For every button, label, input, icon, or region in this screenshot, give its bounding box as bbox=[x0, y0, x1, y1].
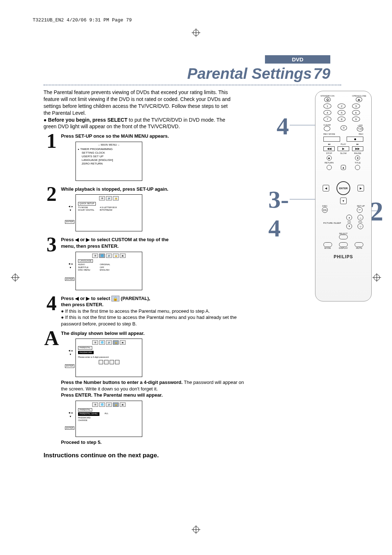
osd4-prompt: Please enter a 4-digit password. bbox=[78, 356, 140, 359]
rc-stop-label: STOP bbox=[323, 152, 335, 154]
rc-plus100-label: +100 bbox=[358, 124, 363, 126]
num-8-button[interactable]: 8 bbox=[338, 117, 346, 122]
osd5-tab: PARENTAL bbox=[78, 408, 92, 412]
osd1-item: SETTING CLOCK bbox=[78, 151, 140, 155]
title-button[interactable] bbox=[355, 165, 360, 170]
password-placeholders bbox=[78, 360, 140, 364]
step4-line2: then press ENTER. bbox=[61, 302, 103, 307]
step-number-1: 1 bbox=[44, 133, 60, 149]
osd5-row-label: PASSWORD CHANGE bbox=[78, 417, 100, 422]
intro-paragraph: The Parental feature prevents viewing of… bbox=[44, 89, 232, 117]
num-1-button[interactable]: 1 bbox=[323, 104, 331, 109]
osd-main-menu: – MAIN MENU – TIMER PROGRAMMING SETTING … bbox=[75, 142, 142, 181]
print-header: T3221UB_EN2 4/20/06 9:31 PM Page 79 bbox=[33, 17, 132, 23]
osd1-item: TIMER PROGRAMMING bbox=[78, 147, 140, 151]
rc-title-label: TITLE bbox=[352, 162, 363, 164]
osd2-row-label: DOLBY DIGITAL bbox=[78, 209, 100, 212]
osd3-row-label: AUDIO bbox=[78, 263, 100, 266]
stop-button[interactable]: ■ bbox=[327, 155, 332, 161]
right-arrow-icon: ▶ bbox=[86, 237, 90, 242]
rc-ch-label: CH. bbox=[347, 221, 351, 223]
osd-parental-menu: ◄ ▸▾ENTER ⚙🌐🔊🔒⏏ PARENTAL PARENTAL LEVELA… bbox=[75, 401, 142, 437]
rc-select-label: SELECT bbox=[339, 232, 347, 235]
enter-button[interactable]: ENTER bbox=[336, 181, 350, 195]
return-button[interactable] bbox=[327, 165, 332, 170]
rc-return-label: RETURN bbox=[323, 162, 335, 164]
disc-button[interactable]: EN bbox=[322, 207, 328, 213]
recmode-button[interactable] bbox=[323, 137, 340, 142]
step3-text-c: to select CUSTOM at the top of the bbox=[90, 237, 168, 242]
intro-bullet-bold: Before you begin, press SELECT bbox=[48, 117, 127, 123]
num-2-button[interactable]: 2 bbox=[338, 104, 346, 109]
plus10-button[interactable]: +10 bbox=[357, 126, 363, 131]
osd4-tab2: PASSWORD bbox=[78, 351, 94, 355]
display-button[interactable] bbox=[339, 242, 348, 247]
osd1-item: USER'S SET UP bbox=[78, 155, 140, 158]
step-number-4: 4 bbox=[44, 295, 60, 312]
num-0-button[interactable]: 0 bbox=[340, 125, 347, 130]
fforward-button[interactable]: ▶▶ bbox=[352, 146, 363, 151]
rc-slow-label: SLOW bbox=[338, 152, 349, 154]
lock-icon: 🔒 bbox=[111, 296, 119, 302]
osd-parental-password: ◄ ▸▾ENTER ⚙🌐🔊🔒⏏ PARENTAL PASSWORD Please… bbox=[75, 339, 142, 377]
pause-button[interactable]: ⏸ bbox=[355, 155, 360, 161]
rc-vol-label: VOL. bbox=[358, 221, 363, 223]
continue-text: Instructions continue on the next page. bbox=[44, 452, 341, 459]
ch-down-button[interactable]: ▼ bbox=[346, 223, 352, 229]
callout-leader bbox=[290, 199, 315, 199]
num-9-button[interactable]: 9 bbox=[352, 117, 360, 122]
osd5-row-label: PARENTAL LEVEL bbox=[78, 412, 99, 416]
step3-line2: menu, then press ENTER. bbox=[61, 243, 119, 249]
rc-play-label: PLAY bbox=[338, 143, 349, 145]
setup-button[interactable]: ↩ bbox=[357, 207, 363, 213]
stepA-after2-bold: Press ENTER. The Parental menu will appe… bbox=[61, 392, 163, 398]
num-4-button[interactable]: 4 bbox=[323, 110, 331, 115]
rewind-button[interactable]: ◀◀ bbox=[323, 146, 335, 151]
page-title: Parental Settings bbox=[187, 65, 312, 82]
mode-button[interactable] bbox=[323, 242, 332, 247]
left-arrow-icon: ◀ bbox=[75, 296, 79, 301]
rc-mute-label: MUTE bbox=[356, 247, 362, 249]
clear-button[interactable] bbox=[324, 126, 330, 131]
rec-button[interactable] bbox=[347, 137, 363, 142]
stepA-after1-bold: Press the Number buttons to enter a 4-di… bbox=[61, 380, 183, 385]
osd-quick-setup: ◄ ▸▾ENTER ⚙🔊🔒 QUICK SETUP TV MODE4:3 LET… bbox=[75, 194, 142, 231]
dpad-down-button[interactable]: ▼ bbox=[340, 198, 347, 204]
up-arrow-button[interactable]: ▲ bbox=[341, 165, 346, 170]
intro-bullet: Before you begin, press SELECT to put th… bbox=[44, 117, 232, 130]
dpad-left-button[interactable]: ◀ bbox=[323, 185, 329, 191]
rc-rec-label: REC bbox=[359, 133, 363, 135]
num-5-button[interactable]: 5 bbox=[338, 110, 346, 115]
num-7-button[interactable]: 7 bbox=[323, 117, 331, 122]
dpad-right-button[interactable]: ▶ bbox=[358, 185, 364, 191]
standby-button[interactable]: ⏻ bbox=[324, 97, 331, 102]
open-close-button[interactable]: ⏏ bbox=[356, 97, 362, 102]
registration-mark-top bbox=[192, 28, 200, 37]
play-button[interactable]: ▶ bbox=[338, 146, 349, 151]
vol-down-button[interactable]: ▽ bbox=[358, 223, 363, 229]
osd1-title: – MAIN MENU – bbox=[78, 143, 140, 147]
ch-up-button[interactable]: ▲ bbox=[346, 215, 352, 220]
step-1-text: Press SET-UP once so the MAIN MENU appea… bbox=[61, 133, 169, 139]
osd2-row-value: 4:3 LETTER BOX bbox=[100, 206, 117, 209]
step-number-3: 3 bbox=[44, 236, 60, 253]
vol-up-button[interactable]: △ bbox=[358, 215, 363, 220]
registration-mark-right bbox=[372, 273, 381, 282]
osd2-row-value: BITSTREAM bbox=[100, 209, 112, 212]
rc-pause-label: PAUSE bbox=[352, 152, 363, 154]
osd3-row-label: SUBTITLE bbox=[78, 266, 100, 269]
rc-picture-label: PICTURE /SLEEP bbox=[323, 222, 341, 224]
osd-dpad-icon: ◄ ▸▾ENTER bbox=[68, 349, 73, 356]
num-3-button[interactable]: 3 bbox=[352, 104, 360, 109]
step3-text-b: or bbox=[79, 237, 86, 242]
osd3-row-value: ORIGINAL bbox=[100, 263, 110, 266]
select-button[interactable] bbox=[339, 235, 348, 239]
rc-setup-label: SET-UP bbox=[357, 205, 365, 207]
step-letter-A: A bbox=[44, 330, 60, 347]
osd1-item: LANGUAGE [ENGLISH] bbox=[78, 158, 140, 162]
callout-leader bbox=[290, 125, 315, 125]
osd4-tab: PARENTAL bbox=[78, 346, 92, 350]
osd3-row-label: DISC MENU bbox=[78, 269, 100, 272]
num-6-button[interactable]: 6 bbox=[352, 110, 360, 115]
mute-button[interactable] bbox=[355, 242, 363, 247]
